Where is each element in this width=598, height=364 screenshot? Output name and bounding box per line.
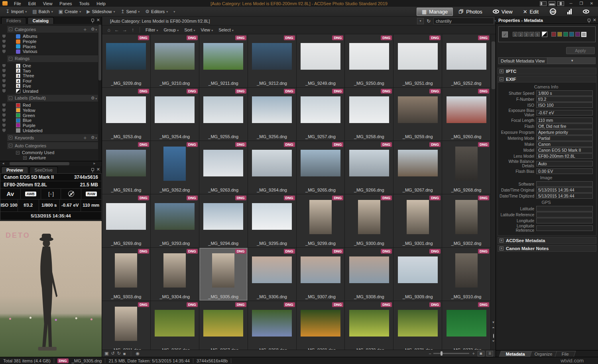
color-label-button[interactable] [569,32,574,37]
restore-button[interactable]: ❐ [576,1,586,6]
exif-field-value[interactable]: 1/800 s [536,90,593,96]
color-label-button[interactable] [557,32,562,37]
category-item[interactable]: Various [0,49,102,54]
thumbnail-cell[interactable]: DNG _MG_9261.dng [102,141,150,194]
zoom-out-icon[interactable]: − [429,351,431,356]
toolbar-overflow-icon[interactable]: ▾ [173,10,175,14]
thumbnail-cell[interactable]: DNG _MG_9303.dng [102,248,150,301]
page-down-icon[interactable]: ⏷ [491,339,496,343]
exif-field-value[interactable]: -0.67 eV [536,110,593,115]
exif-field-value[interactable]: Partial [536,135,593,141]
collapse-icon[interactable]: − [9,144,12,147]
exif-field-value[interactable] [536,218,593,223]
tab-seedrive[interactable]: SeeDrive [30,166,58,173]
scroll-right-icon[interactable]: ► [93,162,96,165]
scroll-down-icon[interactable]: ▼ [491,321,496,324]
rating-item[interactable]: 4 Four [0,78,102,84]
color-label-button[interactable] [563,32,568,37]
iptc-section-header[interactable]: +IPTC [498,68,596,74]
collapse-icon[interactable]: − [16,151,20,155]
menu-panes[interactable]: Panes [56,1,75,6]
thumbnail-cell[interactable]: DNG _MG_9253.dng [102,88,150,141]
thumbnail-cell[interactable]: DNG _MG_9212.dng [248,34,296,87]
thumbnail-cell[interactable]: DNG _MG_9300.dng [345,194,393,247]
exif-field-value[interactable]: Canon EOS 5D Mark II [536,147,593,153]
expand-icon[interactable]: + [9,136,12,139]
thumbnail-cell[interactable]: DNG _MG_9211.dng [199,34,248,87]
exif-field-value[interactable]: Canon [536,141,593,147]
autoscroll-icon[interactable] [491,334,496,338]
exif-field-value[interactable] [536,181,593,187]
expand-icon[interactable]: + [23,156,27,160]
exif-field-value[interactable] [536,225,593,231]
gear-icon[interactable]: ⚙ [91,96,97,101]
gear-icon[interactable]: ⚙ [91,135,97,140]
exif-field-value[interactable]: EF80-200mm f/2.8L [536,153,593,159]
collapse-icon[interactable]: − [9,96,12,100]
rating-item[interactable]: 5 Five [0,84,102,89]
exif-field-value[interactable]: 5/13/2015 14:35:44 [536,187,593,193]
label-item[interactable]: Yellow [0,108,102,113]
unrated-icon[interactable] [542,31,547,37]
thumbnail-cell[interactable]: DNG _MG_9371.dng [393,301,442,350]
slideshow-button[interactable]: ▶ Slideshow▾ [84,8,117,15]
exif-field-value[interactable]: ISO 100 [536,102,593,108]
thumbnail-cell[interactable]: DNG _MG_9367.dng [199,301,248,350]
exif-field-value[interactable]: f/3.2 [536,96,593,102]
create-button[interactable]: ▣ Create▾ [56,8,83,15]
editors-button[interactable]: ⚙ Editors▾ [143,8,170,15]
metadata-checkbox[interactable]: ✓ [502,31,508,37]
section-header-labels[interactable]: − Labels (Default) ⚙ [7,95,98,102]
rating-5-button[interactable]: 5 [535,32,540,37]
section-header-ratings[interactable]: − Ratings [7,55,98,62]
thumbnail-cell[interactable]: DNG _MG_9309.dng [393,248,442,301]
rating-1-button[interactable]: 1 [513,32,517,37]
thumbnail-cell[interactable]: DNG _MG_9267.dng [393,141,442,194]
rating-2-button[interactable]: 2 [518,32,523,37]
grid-vertical-scrollbar[interactable]: ▼ ⏶ ⏷ [490,34,496,350]
tree-node[interactable]: +Aperture [0,155,102,160]
photos-sync-button[interactable] [578,8,594,16]
thumbnail-cell[interactable]: DNG _MG_9254.dng [151,88,199,141]
pin-icon[interactable] [91,19,94,22]
thumbnail-cell[interactable]: DNG _MG_9252.dng [442,34,490,87]
category-item[interactable]: Places [0,44,102,49]
close-button[interactable]: ✕ [587,1,596,6]
exif-field-value[interactable]: Auto [536,161,593,166]
label-item[interactable]: Purple [0,123,102,128]
tab-file[interactable]: File [555,351,576,357]
thumbnail-cell[interactable]: DNG _MG_9249.dng [297,34,345,87]
thumbnail-cell[interactable]: DNG _MG_9366.dng [151,301,199,350]
thumbnail-cell[interactable]: DNG _MG_9265.dng [297,141,345,194]
thumbnail-cell[interactable]: DNG _MG_9308.dng [345,248,393,301]
label-item[interactable]: Blue [0,118,102,123]
label-item[interactable]: Unlabeled [0,128,102,133]
metadata-view-select[interactable]: Default Metadata View ▼ [498,57,596,64]
category-item[interactable]: People [0,39,102,44]
thumbnail-cell[interactable]: DNG _MG_9302.dng [442,194,490,247]
thumbnail-cell[interactable]: DNG _MG_9260.dng [442,88,490,141]
scroll-left-icon[interactable]: ◄ [2,162,5,165]
layout-bottom-pane-button[interactable] [549,1,555,6]
thumbnail-cell[interactable]: DNG _MG_9251.dng [393,34,442,87]
refresh-icon[interactable]: ↻ [425,18,432,24]
page-up-icon[interactable]: ⏶ [491,326,496,330]
thumbnail-cell-selected[interactable]: DNG _MG_9305.dng [199,248,248,301]
home-icon[interactable]: ⌂ [105,27,112,33]
tab-folders[interactable]: Folders [1,17,26,24]
thumbnail-cell[interactable]: DNG _MG_9255.dng [199,88,248,141]
tree-node-commonly-used[interactable]: −Commonly Used [0,150,102,155]
exif-section-header[interactable]: −EXIF [498,76,596,82]
thumbnail-cell[interactable]: DNG _MG_9311.dng [102,301,150,350]
play-slideshow-icon[interactable]: ◉ [136,351,140,356]
thumbnail-cell[interactable]: DNG _MG_9266.dng [345,141,393,194]
thumbnail-cell[interactable]: DNG _MG_9299.dng [297,194,345,247]
section-header-acdsee-metadata[interactable]: +ACDSee Metadata [498,237,596,244]
scrollbar-thumb[interactable] [492,41,495,89]
layout-left-pane-button[interactable] [540,1,547,6]
menu-edit[interactable]: Edit [25,1,39,6]
thumbnail-cell[interactable]: DNG _MG_9269.dng [102,194,150,247]
section-header-autocat[interactable]: − Auto Categories [7,142,98,149]
color-label-button[interactable] [581,32,586,37]
acdsee-365-button[interactable]: 365 [545,8,561,16]
